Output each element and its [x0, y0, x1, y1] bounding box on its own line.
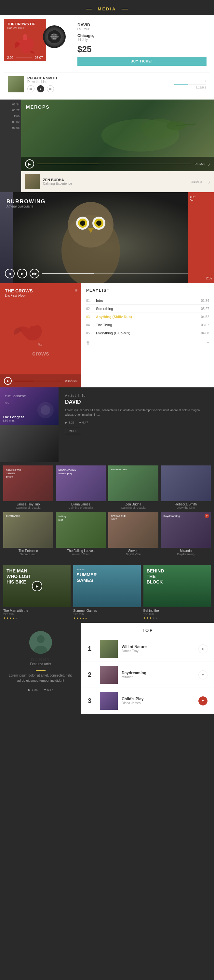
profile-content: DANNY Featured Artist Lorem ipsum dolor …	[6, 631, 75, 692]
ticket-section: DAVID 051 tour Chicago, 14 July, $25 BUY…	[74, 19, 210, 69]
artist-card-steven-track: Digital Vibe	[108, 553, 159, 556]
playlist-item-4[interactable]: 04. The Thing 03:02	[86, 321, 209, 329]
artist-card-entrance[interactable]: ENTRANCE The Entrance Secret Head	[3, 512, 53, 556]
ticket-name: DAVID	[78, 22, 206, 27]
star-b2: ★	[146, 617, 149, 620]
top-item-2[interactable]: 2 Daydreaming Miranda ♥	[81, 662, 214, 688]
playlist-mini-5: 06:08	[2, 126, 19, 129]
svg-text:THE LONGEST: THE LONGEST	[5, 395, 26, 398]
artist-fans: ♥ 6.47	[79, 421, 88, 424]
video-summer-stars: ★ ★ ★ ★ ★	[73, 617, 141, 620]
top-action-1[interactable]: ▶	[198, 644, 208, 654]
playlist-item-3[interactable]: 03. Anything (Skillz Dub) 04:52	[86, 313, 209, 321]
feat-album-night[interactable]: THE LONGEST NIGHT The Longest 1:52 min..…	[0, 387, 59, 425]
star-b5: ★	[155, 617, 157, 620]
ticket-city: Chicago,	[78, 33, 206, 38]
playlist-name-4: The Thing	[96, 323, 201, 327]
profile-description: Lorem ipsum dolor sit amet, consectetur …	[6, 673, 75, 683]
playlist-item-2[interactable]: 02. Something 05:27	[86, 305, 209, 313]
prev-button[interactable]: ⏮	[27, 85, 35, 92]
profile-avatar-svg	[29, 631, 52, 654]
play-button[interactable]: ▶	[37, 85, 44, 92]
top-item-1[interactable]: 1 Will of Nature James Troy ▶	[81, 636, 214, 662]
owl-play-btn[interactable]: ▶	[17, 269, 27, 278]
top-action-3[interactable]: ♥	[198, 696, 208, 705]
artist-card-james-troy[interactable]: nature's willJAMESTROY James Troy Trio C…	[3, 465, 53, 509]
artist-card-steven[interactable]: SPREAD THELOVE Steven Digital Vibe	[108, 512, 159, 556]
profile-avatar	[29, 631, 52, 654]
playlist-add-icon[interactable]: +	[207, 340, 209, 345]
svg-point-6	[68, 202, 114, 248]
feat-album-night-label: The Longest 1:52 min...	[3, 415, 24, 422]
star-s2: ★	[76, 617, 78, 620]
owl-progress[interactable]	[42, 273, 191, 274]
artist-card-leaf[interactable]: fallingleaf The Falling Leaves Autumn Tr…	[56, 512, 106, 556]
artist-card-miranda[interactable]: Daydreaming ♥ Miranda Daydreaming	[161, 512, 211, 556]
artist-card-steven-name: Steven	[108, 549, 159, 553]
more-button[interactable]: MORE	[65, 428, 81, 434]
ticket-price: $25	[78, 44, 206, 54]
profile-name: DANNY	[31, 657, 51, 662]
artist-stats: ▶ 1:25 ♥ 6.47	[65, 421, 208, 424]
crows-play-btn[interactable]: ▶	[4, 377, 12, 385]
video-bike-play[interactable]: ▶	[32, 581, 42, 591]
svg-point-18	[41, 405, 51, 415]
artist-card-miranda-img: Daydreaming ♥	[161, 512, 211, 548]
next-button[interactable]: ⏭	[47, 85, 54, 92]
top-item-3[interactable]: 3 Child's Play Diana James ♥	[81, 688, 214, 714]
playlist-item-5[interactable]: 05. Everything (Club-Mix) 04:08	[86, 329, 209, 337]
playlist-duration-5: 04:08	[201, 331, 209, 335]
artist-card-zen[interactable]: summer chill Zen Budha Calming of Arcadi…	[108, 465, 159, 509]
playlist-item-1[interactable]: 01. Intro 01:34	[86, 297, 209, 305]
svg-text:NIGHT: NIGHT	[5, 401, 13, 404]
playlist-name-3: Anything (Skillz Dub)	[96, 315, 201, 319]
profile-top-section: DANNY Featured Artist Lorem ipsum dolor …	[0, 623, 214, 714]
playlist-duration-3: 04:52	[201, 315, 209, 319]
merops-section: 01:34 05:27 Dub 03:02 06:08 MEROPS ▶ 2:1…	[0, 100, 214, 192]
merops-volume-icon[interactable]: ♪	[208, 161, 210, 167]
owl-prev-btn[interactable]: ◀	[5, 269, 15, 278]
star-s1: ★	[73, 617, 76, 620]
artist-card-rebecca[interactable]: Rebecca Smith Draw the Line	[161, 465, 211, 509]
video-card-block[interactable]: BEHINDTHEBLOCK Behind the 130 min ★ ★ ★ …	[143, 565, 211, 620]
top-action-2[interactable]: ♥	[198, 670, 208, 679]
video-card-bike[interactable]: THE MANWHO LOSTHIS BIKE ▶ The Man with t…	[3, 565, 71, 620]
plays-icon: ▶	[65, 421, 67, 424]
crows-album-big-title: THE CROWS Darkest Hour	[0, 283, 81, 302]
artist-card-diana-track: Calming of Arcadia	[56, 506, 106, 509]
top-song-name-2: Daydreaming	[122, 671, 195, 675]
artist-card-zen-name: Zen Budha	[108, 503, 159, 506]
zen-volume-icon[interactable]: ♪	[208, 179, 210, 185]
playlist-trash-icon[interactable]: 🗑	[86, 340, 90, 345]
feat-album-dark[interactable]	[0, 425, 59, 462]
owl-next-btn[interactable]: ▶▶	[30, 269, 40, 278]
owl-title-main: BURROWING	[6, 199, 46, 205]
zen-artist-name: ZEN BUDHA	[43, 178, 188, 182]
playlist-name-5: Everything (Club-Mix)	[96, 331, 201, 335]
crows-menu-icon[interactable]: ≡	[75, 287, 78, 293]
progress-bar[interactable]	[174, 84, 206, 84]
playlist-num-5: 05.	[86, 331, 96, 335]
playlist-num-1: 01.	[86, 299, 96, 302]
artist-card-zen-img: summer chill	[108, 465, 159, 501]
artist-card-diana[interactable]: DIANA JAMESnature play Diana James Calmi…	[56, 465, 106, 509]
artist-info-name: DAVID	[65, 399, 208, 405]
artist-card-steven-img: SPREAD THELOVE	[108, 512, 159, 548]
plays-count: 1:25	[69, 421, 75, 424]
profile-stats: ▶ 1:25 ♥ 6.47	[28, 688, 53, 692]
video-section: THE MANWHO LOSTHIS BIKE ▶ The Man with t…	[0, 562, 214, 623]
playlist-duration-2: 05:27	[201, 307, 209, 310]
top-list-section: TOP 1 Will of Nature James Troy ▶ 2 Dayd…	[81, 623, 214, 714]
crows-album-big: THE CROWS Darkest Hour ≡ the crows ▶ 2:1…	[0, 283, 81, 387]
header-line-right	[122, 9, 128, 10]
featured-albums: THE LONGEST NIGHT The Longest 1:52 min..…	[0, 387, 59, 462]
crows-album-big-name: THE CROWS	[5, 288, 76, 293]
artist-card-miranda-name: Miranda	[161, 549, 211, 553]
video-card-summer[interactable]: ★★★★★ SUMMERGAMES Summer Games 120 min ★…	[73, 565, 141, 620]
buy-ticket-button[interactable]: BUY TICKET	[78, 57, 206, 66]
star-3: ★	[9, 617, 11, 620]
crows-album-title: THE CROWS OF	[7, 22, 35, 26]
artist-card-entrance-track: Secret Head	[3, 553, 53, 556]
merops-play-button[interactable]: ▶	[25, 159, 34, 169]
feat-album-night-title: The Longest	[3, 415, 24, 419]
